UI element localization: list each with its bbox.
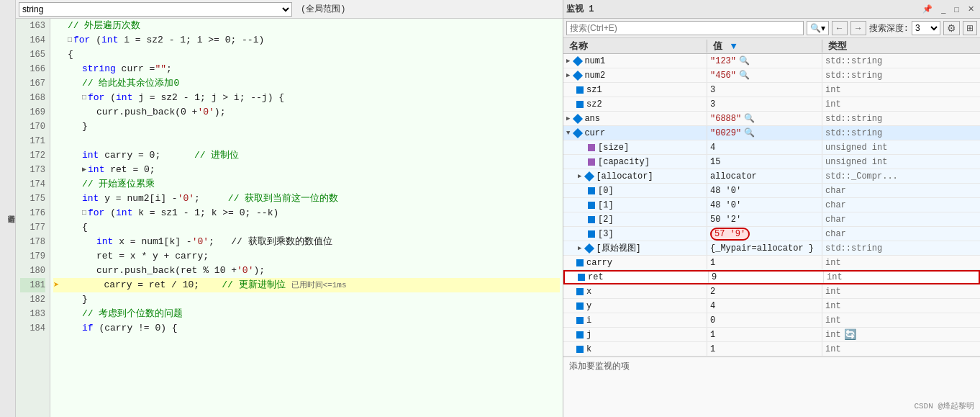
code-line-170: } bbox=[53, 120, 560, 134]
watch-pin-btn[interactable]: 📌 bbox=[920, 3, 935, 15]
watch-row-ret[interactable]: ret 9 int bbox=[563, 270, 980, 284]
code-line-176: □ for ( int k = sz1 - 1; k >= 0; --k) bbox=[53, 206, 560, 220]
line-183: 183 bbox=[20, 307, 45, 321]
code-line-180: curr.push_back(ret % 10 + '0' ); bbox=[53, 264, 560, 278]
watch-row-curr-allocator[interactable]: [allocator] allocator std::_Compr... bbox=[563, 169, 980, 184]
search-num2[interactable]: 🔍 bbox=[739, 70, 750, 81]
value-curr-3-highlight: 57 '9' bbox=[710, 228, 750, 241]
expand-sz1 bbox=[566, 86, 572, 94]
code-line-179: ret = x * y + carry; bbox=[53, 249, 560, 264]
expand-curr-raw[interactable] bbox=[578, 244, 581, 252]
watch-row-curr-size[interactable]: [size] 4 unsigned int bbox=[563, 140, 980, 155]
code-line-184: if (carry != 0) { bbox=[53, 321, 560, 336]
watch-nav-back[interactable]: ← bbox=[832, 21, 848, 35]
watch-minimize-btn[interactable]: _ bbox=[938, 4, 948, 15]
expand-168[interactable]: □ bbox=[82, 91, 86, 105]
code-line-174: // 开始逐位累乘 bbox=[53, 177, 560, 192]
code-container: 163 164 165 166 167 168 169 170 171 172 … bbox=[16, 19, 563, 417]
watch-depth-select[interactable]: 3 bbox=[912, 21, 940, 35]
line-numbers: 163 164 165 166 167 168 169 170 171 172 … bbox=[16, 19, 50, 417]
line-176: 176 bbox=[20, 206, 45, 220]
search-curr[interactable]: 🔍 bbox=[744, 127, 755, 138]
watch-close-btn[interactable]: ✕ bbox=[965, 3, 977, 15]
icon-curr-allocator bbox=[584, 171, 594, 181]
expand-j bbox=[566, 331, 572, 338]
expand-173[interactable]: ▶ bbox=[82, 163, 86, 177]
watch-row-num1[interactable]: num1 "123"🔍 std::string bbox=[563, 54, 980, 68]
watch-depth-label: 搜索深度: bbox=[869, 22, 909, 35]
scope-label: (全局范围) bbox=[295, 3, 351, 15]
icon-i bbox=[576, 317, 584, 324]
function-dropdown[interactable]: string bbox=[19, 2, 292, 17]
watch-row-y[interactable]: y 4 int bbox=[563, 299, 980, 313]
search-num1[interactable]: 🔍 bbox=[739, 55, 750, 66]
watch-title: 监视 1 bbox=[566, 3, 917, 15]
watch-row-curr-capacity[interactable]: [capacity] 15 unsigned int bbox=[563, 155, 980, 169]
editor-area: string (全局范围) 163 164 165 166 167 168 16… bbox=[16, 0, 563, 417]
watch-row-ans[interactable]: ans "6888"🔍 std::string bbox=[563, 112, 980, 126]
refresh-j-icon[interactable]: 🔄 bbox=[844, 328, 856, 341]
watch-row-curr-1[interactable]: [1] 48 '0' char bbox=[563, 198, 980, 212]
code-line-164: □ for ( int i = sz2 - 1; i >= 0; --i) bbox=[53, 33, 560, 48]
icon-curr-size bbox=[588, 144, 595, 151]
watch-expand-btn[interactable]: ⊞ bbox=[963, 21, 977, 35]
expand-176[interactable]: □ bbox=[82, 206, 86, 220]
code-line-168: □ for ( int j = sz2 - 1; j > i; --j) { bbox=[53, 91, 560, 105]
expand-curr-0 bbox=[578, 187, 584, 194]
icon-curr bbox=[573, 127, 583, 138]
line-175: 175 bbox=[20, 192, 45, 206]
sort-value-icon: ▼ bbox=[731, 41, 737, 52]
watch-row-sz1[interactable]: sz1 3 int bbox=[563, 83, 980, 97]
search-ans[interactable]: 🔍 bbox=[744, 113, 755, 124]
watch-row-carry[interactable]: carry 1 int bbox=[563, 256, 980, 270]
watch-table: num1 "123"🔍 std::string num2 "456"🔍 std:… bbox=[563, 54, 980, 403]
icon-curr-capacity bbox=[588, 158, 595, 166]
code-line-169: curr.push_back(0 + '0' ); bbox=[53, 105, 560, 120]
watch-row-j[interactable]: j 1 int🔄 bbox=[563, 328, 980, 342]
watch-row-k[interactable]: k 1 int bbox=[563, 342, 980, 357]
icon-num2 bbox=[573, 70, 583, 80]
watch-row-curr-3[interactable]: [3] 57 '9' char bbox=[563, 227, 980, 241]
line-166: 166 bbox=[20, 62, 45, 76]
icon-curr-3 bbox=[588, 230, 595, 238]
watch-col-name-header: 名称 bbox=[563, 40, 707, 53]
line-170: 170 bbox=[20, 120, 45, 134]
expand-curr-allocator[interactable] bbox=[578, 172, 581, 180]
code-line-178: int x = num1[k] - '0' ; // 获取到乘数的数值位 bbox=[53, 235, 560, 249]
code-line-175: int y = num2[i] - '0' ; // 获取到当前这一位的数 bbox=[53, 192, 560, 206]
watch-row-sz2[interactable]: sz2 3 int bbox=[563, 97, 980, 112]
expand-num1[interactable] bbox=[566, 57, 570, 65]
watch-row-curr-raw[interactable]: [原始视图] {_Mypair=allocator } std::string bbox=[563, 241, 980, 256]
watch-search-button[interactable]: 🔍▾ bbox=[807, 21, 829, 35]
watch-row-curr-0[interactable]: [0] 48 '0' char bbox=[563, 184, 980, 198]
expand-num2[interactable] bbox=[566, 71, 570, 79]
line-174: 174 bbox=[20, 177, 45, 192]
watch-settings-btn[interactable]: ⚙ bbox=[943, 21, 960, 35]
line-181: 181 bbox=[20, 278, 45, 292]
watch-row-num2[interactable]: num2 "456"🔍 std::string bbox=[563, 68, 980, 83]
expand-ans[interactable] bbox=[566, 115, 570, 122]
watch-nav-forward[interactable]: → bbox=[850, 21, 866, 35]
watch-maximize-btn[interactable]: □ bbox=[951, 4, 962, 15]
line-165: 165 bbox=[20, 48, 45, 62]
watch-row-i[interactable]: i 0 int bbox=[563, 313, 980, 328]
icon-sz2 bbox=[576, 101, 584, 108]
watch-panel: 监视 1 📌 _ □ ✕ 🔍▾ ← → 搜索深度: 3 ⚙ ⊞ 名称 值 ▼ 类… bbox=[563, 0, 980, 417]
expand-164[interactable]: □ bbox=[68, 33, 72, 48]
icon-curr-1 bbox=[588, 202, 595, 209]
watch-search-input[interactable] bbox=[566, 21, 804, 35]
watch-row-curr[interactable]: curr "0029"🔍 std::string bbox=[563, 126, 980, 140]
watch-add-item[interactable]: 添加要监视的项 bbox=[563, 357, 980, 375]
code-content[interactable]: // 外层遍历次数 □ for ( int i = sz2 - 1; i >= … bbox=[50, 19, 563, 417]
line-178: 178 bbox=[20, 235, 45, 249]
line-182: 182 bbox=[20, 292, 45, 307]
expand-curr-3 bbox=[578, 230, 584, 238]
watch-row-curr-2[interactable]: [2] 50 '2' char bbox=[563, 212, 980, 227]
watch-col-header: 名称 值 ▼ 类型 bbox=[563, 38, 980, 54]
line-179: 179 bbox=[20, 249, 45, 264]
expand-i bbox=[566, 317, 572, 324]
expand-carry bbox=[566, 259, 572, 266]
expand-curr[interactable] bbox=[566, 130, 570, 137]
timing-label: 已用时间<=1ms bbox=[291, 278, 347, 292]
watch-row-x[interactable]: x 2 int bbox=[563, 284, 980, 299]
